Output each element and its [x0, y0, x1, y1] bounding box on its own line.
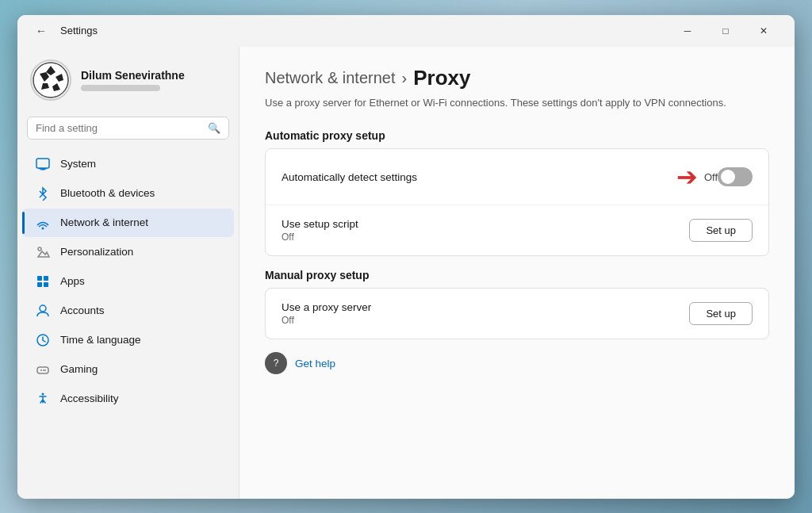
svg-rect-13	[37, 276, 42, 281]
breadcrumb: Network & internet › Proxy	[265, 66, 769, 90]
search-icon: 🔍	[208, 122, 220, 134]
svg-point-20	[44, 369, 46, 371]
system-icon	[35, 156, 51, 172]
sidebar-label-personalization: Personalization	[60, 246, 133, 258]
sidebar-item-personalization[interactable]: Personalization	[22, 238, 234, 266]
svg-rect-16	[44, 282, 48, 287]
svg-rect-10	[39, 168, 47, 170]
sidebar-item-time[interactable]: Time & language	[22, 326, 234, 354]
sidebar-item-apps[interactable]: Apps	[22, 267, 234, 296]
time-icon	[35, 332, 51, 348]
svg-rect-15	[37, 282, 42, 287]
breadcrumb-separator: ›	[402, 69, 408, 87]
get-help-icon: ?	[265, 352, 287, 374]
auto-detect-row: Automatically detect settings ➔ Off	[266, 149, 768, 205]
proxy-server-row: Use a proxy server Off Set up	[266, 289, 768, 339]
title-bar-left: ← Settings	[30, 20, 98, 42]
svg-rect-8	[36, 159, 49, 168]
minimize-button[interactable]: ─	[669, 18, 706, 44]
red-arrow-annotation: ➔	[676, 162, 698, 192]
auto-detect-toggle[interactable]	[718, 167, 753, 186]
sidebar-item-accessibility[interactable]: Accessibility	[22, 385, 234, 413]
sidebar-item-gaming[interactable]: Gaming	[22, 355, 234, 384]
toggle-status-off: Off	[704, 171, 718, 183]
auto-detect-label: Automatically detect settings	[282, 171, 417, 183]
sidebar-item-system[interactable]: System	[22, 150, 234, 178]
window-title: Settings	[60, 25, 98, 36]
get-help-link[interactable]: Get help	[295, 358, 335, 369]
section-title-manual: Manual proxy setup	[265, 269, 769, 281]
setup-script-button[interactable]: Set up	[689, 219, 753, 242]
user-info: Dilum Senevirathne	[81, 69, 185, 91]
close-button[interactable]: ✕	[745, 18, 782, 44]
sidebar-label-time: Time & language	[60, 334, 141, 346]
back-button[interactable]: ←	[30, 20, 52, 42]
user-profile[interactable]: Dilum Senevirathne	[17, 47, 239, 110]
navigation: System Bluetooth & devices Network & int…	[17, 149, 239, 414]
apps-icon	[35, 274, 51, 289]
search-box[interactable]: 🔍	[27, 117, 229, 140]
auto-detect-right: ➔ Off	[676, 162, 753, 192]
toggle-knob	[721, 170, 735, 184]
svg-point-17	[40, 305, 46, 312]
setup-script-info: Use setup script Off	[282, 218, 358, 243]
svg-point-12	[38, 247, 41, 251]
proxy-server-label: Use a proxy server	[282, 301, 371, 313]
proxy-server-info: Use a proxy server Off	[282, 301, 371, 326]
proxy-server-button[interactable]: Set up	[689, 302, 753, 325]
gaming-icon	[35, 362, 51, 377]
network-icon	[35, 215, 51, 231]
manual-proxy-card: Use a proxy server Off Set up	[265, 288, 769, 339]
avatar	[30, 59, 71, 101]
sidebar-label-system: System	[60, 158, 96, 170]
svg-point-11	[42, 227, 44, 229]
window-controls: ─ □ ✕	[669, 18, 782, 44]
sidebar-item-accounts[interactable]: Accounts	[22, 297, 234, 325]
sidebar-label-gaming: Gaming	[60, 363, 98, 375]
sidebar-item-network[interactable]: Network & internet	[22, 209, 234, 237]
accounts-icon	[35, 303, 51, 319]
breadcrumb-parent: Network & internet	[265, 69, 396, 87]
auto-proxy-card: Automatically detect settings ➔ Off Use …	[265, 148, 769, 256]
sidebar: Dilum Senevirathne 🔍 System	[17, 47, 239, 499]
maximize-button[interactable]: □	[707, 18, 744, 44]
setup-script-sub: Off	[282, 232, 358, 243]
bluetooth-icon	[35, 186, 51, 201]
sidebar-label-accounts: Accounts	[60, 304, 105, 316]
svg-point-22	[42, 392, 44, 395]
title-bar: ← Settings ─ □ ✕	[17, 15, 795, 47]
main-area: Dilum Senevirathne 🔍 System	[17, 47, 795, 499]
personalization-icon	[35, 244, 51, 260]
sidebar-label-accessibility: Accessibility	[60, 392, 119, 404]
page-description: Use a proxy server for Ethernet or Wi-Fi…	[265, 95, 741, 111]
sidebar-label-apps: Apps	[60, 275, 85, 287]
sidebar-label-bluetooth: Bluetooth & devices	[60, 187, 155, 199]
svg-rect-14	[44, 276, 48, 281]
accessibility-icon	[35, 391, 51, 407]
user-name: Dilum Senevirathne	[81, 69, 185, 82]
sidebar-label-network: Network & internet	[60, 216, 148, 228]
settings-window: ← Settings ─ □ ✕	[17, 15, 795, 499]
content-area: Network & internet › Proxy Use a proxy s…	[239, 47, 795, 499]
get-help-row[interactable]: ? Get help	[265, 352, 769, 374]
breadcrumb-current: Proxy	[413, 66, 470, 90]
proxy-server-sub: Off	[282, 315, 371, 326]
sidebar-item-bluetooth[interactable]: Bluetooth & devices	[22, 179, 234, 208]
setup-script-label: Use setup script	[282, 218, 358, 230]
user-sub	[81, 85, 160, 91]
section-title-auto: Automatic proxy setup	[265, 129, 769, 142]
svg-point-21	[43, 369, 44, 371]
search-input[interactable]	[36, 122, 201, 134]
setup-script-row: Use setup script Off Set up	[266, 205, 768, 255]
